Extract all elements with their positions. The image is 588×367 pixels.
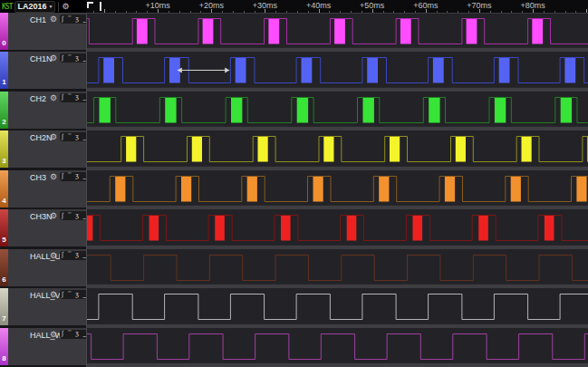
trigger-high-level-button[interactable]: ‾ bbox=[68, 330, 72, 338]
channel-name-label[interactable]: CH3N bbox=[30, 212, 53, 221]
trigger-falling-edge-button[interactable]: ʒ bbox=[75, 15, 79, 24]
dense-transition-block bbox=[532, 19, 543, 44]
waveform-plot-HALL_W[interactable] bbox=[87, 328, 588, 363]
trigger-rising-edge-button[interactable]: ʃ bbox=[62, 93, 63, 101]
channel-row-HALL_V[interactable]: 7HALL_V⚙ʃ‾ʒ_ bbox=[0, 288, 86, 325]
timeline-tick bbox=[169, 11, 169, 13]
channel-row-CH1N[interactable]: 1CH1N⚙ʃ‾ʒ_ bbox=[0, 52, 86, 89]
timeline-tick bbox=[136, 11, 137, 13]
timeline-tick bbox=[501, 11, 502, 13]
channel-gear-icon[interactable]: ⚙ bbox=[50, 290, 57, 299]
trigger-falling-edge-button[interactable]: ʒ bbox=[75, 291, 79, 299]
waveform-plot-CH1[interactable] bbox=[87, 13, 588, 48]
dense-transition-block bbox=[456, 137, 466, 162]
channel-name-label[interactable]: CH1N bbox=[30, 54, 53, 63]
toolbar-divider bbox=[58, 2, 59, 12]
trigger-falling-edge-button[interactable]: ʒ bbox=[75, 172, 79, 180]
channel-row-CH1[interactable]: 0CH1⚙ʃ‾ʒ_ bbox=[0, 13, 86, 50]
channel-row-CH2[interactable]: 2CH2⚙ʃ‾ʒ_ bbox=[0, 92, 86, 129]
timeline-tick bbox=[437, 11, 438, 13]
trigger-high-level-button[interactable]: ‾ bbox=[68, 172, 72, 180]
trigger-high-level-button[interactable]: ‾ bbox=[68, 15, 72, 24]
waveform-row-CH3N[interactable] bbox=[87, 209, 588, 248]
settings-gear-button[interactable]: ⚙ bbox=[62, 2, 69, 12]
trigger-falling-edge-button[interactable]: ʒ bbox=[75, 251, 79, 259]
trigger-rising-edge-button[interactable]: ʃ bbox=[62, 291, 63, 299]
trigger-rising-edge-button[interactable]: ʃ bbox=[62, 54, 63, 63]
channel-row-CH3[interactable]: 4CH3⚙ʃ‾ʒ_ bbox=[0, 170, 86, 208]
waveform-plot-CH3N[interactable] bbox=[87, 209, 588, 245]
waveform-row-CH1[interactable] bbox=[87, 13, 588, 52]
cursor-line-marker[interactable] bbox=[100, 2, 101, 11]
channel-gear-icon[interactable]: ⚙ bbox=[50, 251, 57, 260]
trigger-falling-edge-button[interactable]: ʒ bbox=[75, 212, 79, 220]
channel-number: 4 bbox=[0, 197, 8, 205]
waveform-plot-CH2[interactable] bbox=[87, 92, 588, 127]
waveform-plot-CH3[interactable] bbox=[87, 170, 588, 206]
trigger-rising-edge-button[interactable]: ʃ bbox=[62, 15, 63, 24]
waveform-row-HALL_V[interactable] bbox=[87, 288, 588, 327]
trigger-high-level-button[interactable]: ‾ bbox=[68, 251, 72, 259]
channel-gear-icon[interactable]: ⚙ bbox=[50, 211, 57, 220]
timeline-tick bbox=[297, 11, 298, 13]
trigger-rising-edge-button[interactable]: ʃ bbox=[62, 330, 63, 338]
trigger-falling-edge-button[interactable]: ʒ bbox=[75, 330, 79, 338]
channel-number: 1 bbox=[0, 78, 8, 86]
waveform-trace bbox=[87, 137, 588, 162]
channel-name-label[interactable]: CH2N bbox=[30, 133, 53, 142]
channel-name-label[interactable]: CH2 bbox=[30, 94, 46, 103]
dense-transition-block bbox=[367, 58, 378, 83]
timeline-tick bbox=[308, 11, 309, 13]
trigger-high-level-button[interactable]: ‾ bbox=[68, 54, 72, 63]
device-selector[interactable]: LA2016 ▼ bbox=[14, 1, 55, 13]
channel-gear-icon[interactable]: ⚙ bbox=[50, 93, 57, 102]
dense-transition-block bbox=[281, 216, 291, 241]
trigger-falling-edge-button[interactable]: ʒ bbox=[75, 93, 79, 101]
waveform-row-HALL_U[interactable] bbox=[87, 249, 588, 288]
dense-transition-block bbox=[495, 97, 506, 122]
waveform-plot-HALL_V[interactable] bbox=[87, 288, 588, 324]
trigger-high-level-button[interactable]: ‾ bbox=[68, 291, 72, 299]
timeline-tick bbox=[93, 11, 94, 13]
trigger-falling-edge-button[interactable]: ʒ bbox=[75, 54, 79, 63]
waveform-area[interactable] bbox=[86, 13, 588, 367]
waveform-plot-CH2N[interactable] bbox=[87, 130, 588, 166]
channel-row-CH2N[interactable]: 3CH2N⚙ʃ‾ʒ_ bbox=[0, 130, 86, 168]
trigger-high-level-button[interactable]: ‾ bbox=[68, 133, 72, 141]
waveform-plot-HALL_U[interactable] bbox=[87, 249, 588, 285]
waveform-plot-CH1N[interactable] bbox=[87, 52, 588, 87]
waveform-row-CH1N[interactable] bbox=[87, 52, 588, 91]
trigger-button-group: ʃ‾ʒ_ bbox=[60, 211, 88, 220]
trigger-falling-edge-button[interactable]: ʒ bbox=[75, 133, 79, 141]
channel-gear-icon[interactable]: ⚙ bbox=[50, 53, 57, 63]
trigger-high-level-button[interactable]: ‾ bbox=[68, 93, 72, 101]
channel-row-HALL_W[interactable]: 8HALL_W⚙ʃ‾ʒ_ bbox=[0, 328, 86, 365]
trigger-rising-edge-button[interactable]: ʃ bbox=[62, 251, 63, 259]
timeline-tick bbox=[329, 11, 330, 13]
trigger-high-level-button[interactable]: ‾ bbox=[68, 212, 72, 220]
channel-row-HALL_U[interactable]: 6HALL_U⚙ʃ‾ʒ_ bbox=[0, 249, 86, 286]
device-name: LA2016 bbox=[17, 2, 46, 11]
trigger-rising-edge-button[interactable]: ʃ bbox=[62, 133, 63, 141]
cursor-bracket-marker[interactable] bbox=[87, 2, 93, 8]
channel-gear-icon[interactable]: ⚙ bbox=[50, 132, 57, 141]
trigger-rising-edge-button[interactable]: ʃ bbox=[62, 172, 63, 180]
channel-name-label[interactable]: CH3 bbox=[30, 173, 46, 182]
waveform-row-CH3[interactable] bbox=[87, 170, 588, 209]
channel-gear-icon[interactable]: ⚙ bbox=[50, 172, 57, 181]
waveform-row-HALL_W[interactable] bbox=[87, 328, 588, 367]
channel-name-label[interactable]: CH1 bbox=[30, 15, 46, 24]
channel-gear-icon[interactable]: ⚙ bbox=[50, 14, 57, 24]
dense-transition-block bbox=[203, 19, 214, 44]
waveform-row-CH2[interactable] bbox=[87, 92, 588, 130]
trigger-rising-edge-button[interactable]: ʃ bbox=[62, 212, 63, 220]
dense-transition-block bbox=[236, 58, 246, 83]
timeline-ruler[interactable]: +10ms+20ms+30ms+40ms+50ms+60ms+70ms+80ms bbox=[86, 0, 588, 14]
channel-row-CH3N[interactable]: 5CH3N⚙ʃ‾ʒ_ bbox=[0, 209, 86, 246]
waveform-trace bbox=[87, 333, 588, 359]
channel-name-label[interactable]: HALL_W bbox=[30, 331, 63, 340]
channel-gear-icon[interactable]: ⚙ bbox=[50, 330, 57, 339]
waveform-row-CH2N[interactable] bbox=[87, 130, 588, 169]
dense-transition-block bbox=[478, 216, 488, 241]
channel-number: 8 bbox=[0, 354, 8, 362]
